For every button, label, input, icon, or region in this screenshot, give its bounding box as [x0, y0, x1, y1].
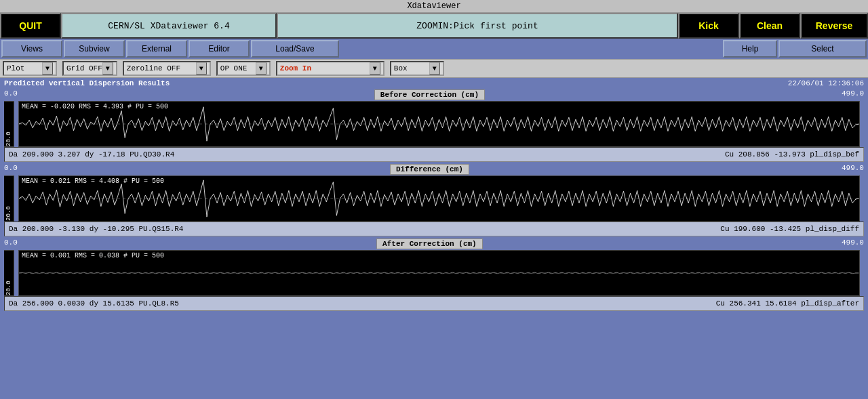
- chart-diff-labels: 0.0 Difference (cm) 499.0: [0, 163, 868, 175]
- toolbar-row1: QUIT CERN/SL XDataviewer 6.4 ZOOMIN:Pick…: [0, 13, 868, 39]
- title-bar: Xdataviewer: [0, 0, 868, 13]
- zoom-label: ZOOMIN:Pick first point: [277, 13, 678, 39]
- chart-diff-ymin: 0.0: [4, 164, 18, 175]
- chart-before: 0.0 Before Correction (cm) 499.0 20.0 ME…: [0, 89, 868, 162]
- cern-label: CERN/SL XDataviewer 6.4: [61, 13, 277, 39]
- chart-diff-ylabel: 20.0: [4, 175, 14, 222]
- chart-after-area[interactable]: MEAN = 0.001 RMS = 0.038 # PU = 500: [18, 250, 860, 296]
- panel-timestamp: 22/06/01 12:36:06: [788, 79, 864, 87]
- chart-diff-status-right: Cu 199.600 -13.425 pl_disp_diff: [720, 225, 859, 233]
- toolbar-row2: Views Subview External Editor Load/Save …: [0, 39, 868, 59]
- chart-before-status-right: Cu 208.856 -13.973 pl_disp_bef: [725, 150, 859, 159]
- nav-spacer: [340, 40, 722, 58]
- chart-diff: 0.0 Difference (cm) 499.0 20.0 MEAN = 0.…: [0, 163, 868, 236]
- chart-before-svg: [19, 102, 859, 146]
- chart-before-title: Before Correction (cm): [374, 89, 485, 100]
- chart-after: 0.0 After Correction (cm) 499.0 20.0 MEA…: [0, 238, 868, 311]
- chart-after-title: After Correction (cm): [376, 238, 483, 249]
- chart-diff-status: Da 200.000 -3.130 dy -10.295 PU.QS15.R4 …: [4, 222, 864, 236]
- grid-control: Grid OFF ▼: [62, 61, 117, 76]
- external-button[interactable]: External: [126, 40, 187, 58]
- panel-title: Predicted vertical Dispersion Results: [4, 79, 170, 87]
- chart-diff-title: Difference (cm): [390, 164, 469, 175]
- chart-before-ymax: 499.0: [842, 89, 864, 100]
- plot-label: Plot: [7, 64, 42, 72]
- zeroline-control: Zeroline OFF ▼: [123, 61, 211, 76]
- chart-after-ymax: 499.0: [842, 238, 864, 249]
- reverse-button[interactable]: Reverse: [800, 13, 868, 39]
- chart-diff-ymax: 499.0: [842, 164, 864, 175]
- chart-after-status: Da 256.000 0.0030 dy 15.6135 PU.QL8.R5 C…: [4, 296, 864, 311]
- chart-before-status: Da 209.000 3.207 dy -17.18 PU.QD30.R4 Cu…: [4, 147, 864, 162]
- zoomin-control: Zoom In ▼: [276, 61, 384, 76]
- chart-before-ymin: 0.0: [4, 89, 18, 100]
- zeroline-label: Zeroline OFF: [127, 64, 196, 72]
- chart-before-labels: 0.0 Before Correction (cm) 499.0: [0, 89, 868, 101]
- select-button[interactable]: Select: [778, 40, 867, 58]
- quit-button[interactable]: QUIT: [0, 13, 61, 39]
- chart-diff-status-left: Da 200.000 -3.130 dy -10.295 PU.QS15.R4: [9, 225, 720, 233]
- zoomin-arrow[interactable]: ▼: [370, 62, 380, 75]
- chart-after-svg: [19, 251, 859, 295]
- chart-after-status-left: Da 256.000 0.0030 dy 15.6135 PU.QL8.R5: [9, 299, 716, 308]
- grid-arrow[interactable]: ▼: [102, 62, 113, 75]
- chart-before-status-left: Da 209.000 3.207 dy -17.18 PU.QD30.R4: [9, 150, 725, 159]
- chart-after-labels: 0.0 After Correction (cm) 499.0: [0, 238, 868, 250]
- plot-arrow[interactable]: ▼: [42, 62, 53, 75]
- chart-before-area[interactable]: MEAN = -0.020 RMS = 4.393 # PU = 500: [18, 101, 860, 147]
- chart-after-ymin: 0.0: [4, 238, 18, 249]
- op-arrow[interactable]: ▼: [256, 62, 267, 75]
- clean-button[interactable]: Clean: [739, 13, 800, 39]
- app-title: Xdataviewer: [407, 1, 460, 11]
- grid-label: Grid OFF: [66, 64, 102, 72]
- plot-control: Plot ▼: [3, 61, 57, 76]
- box-arrow[interactable]: ▼: [429, 62, 440, 75]
- kick-button[interactable]: Kick: [678, 13, 739, 39]
- views-button[interactable]: Views: [1, 40, 62, 58]
- chart-after-status-right: Cu 256.341 15.6184 pl_disp_after: [716, 299, 859, 308]
- op-label: OP ONE: [220, 64, 256, 72]
- box-label: Box: [394, 64, 429, 72]
- controls-row: Plot ▼ Grid OFF ▼ Zeroline OFF ▼ OP ONE …: [0, 59, 868, 78]
- loadsave-button[interactable]: Load/Save: [251, 40, 339, 58]
- panel-header: Predicted vertical Dispersion Results 22…: [0, 78, 868, 89]
- chart-after-ylabel: 20.0: [4, 250, 14, 296]
- help-button[interactable]: Help: [723, 40, 777, 58]
- box-control: Box ▼: [390, 61, 444, 76]
- zoomin-label: Zoom In: [280, 64, 370, 72]
- subview-button[interactable]: Subview: [64, 40, 125, 58]
- editor-button[interactable]: Editor: [189, 40, 250, 58]
- chart-diff-svg: [19, 176, 859, 221]
- chart-before-ylabel: 20.0: [4, 101, 14, 147]
- zeroline-arrow[interactable]: ▼: [196, 62, 207, 75]
- op-control: OP ONE ▼: [216, 61, 271, 76]
- chart-diff-area[interactable]: MEAN = 0.021 RMS = 4.408 # PU = 500: [18, 175, 860, 222]
